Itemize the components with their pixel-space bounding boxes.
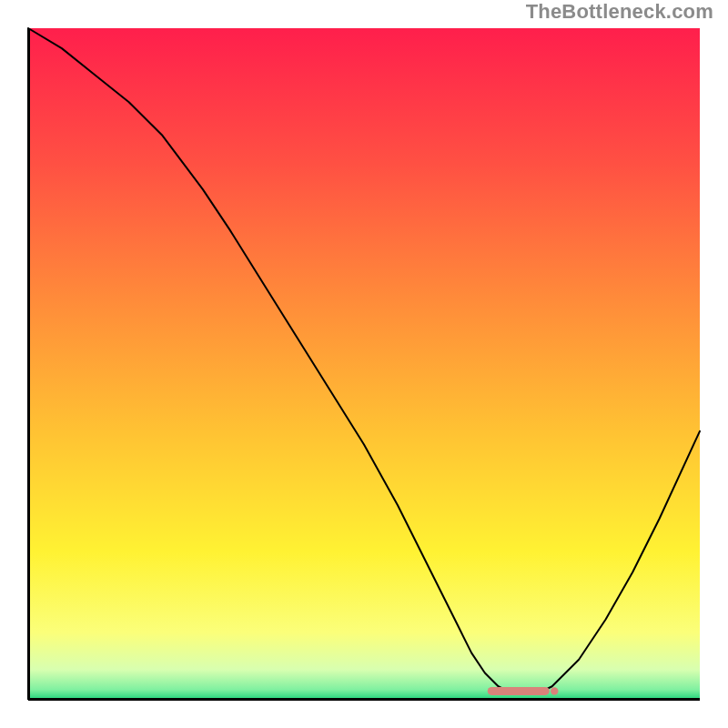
bottleneck-chart: [27, 27, 701, 701]
heatmap-background: [28, 28, 700, 700]
optimal-range-marker-dot: [551, 687, 558, 694]
watermark-label: TheBottleneck.com: [526, 0, 713, 24]
chart-container: [27, 27, 701, 701]
